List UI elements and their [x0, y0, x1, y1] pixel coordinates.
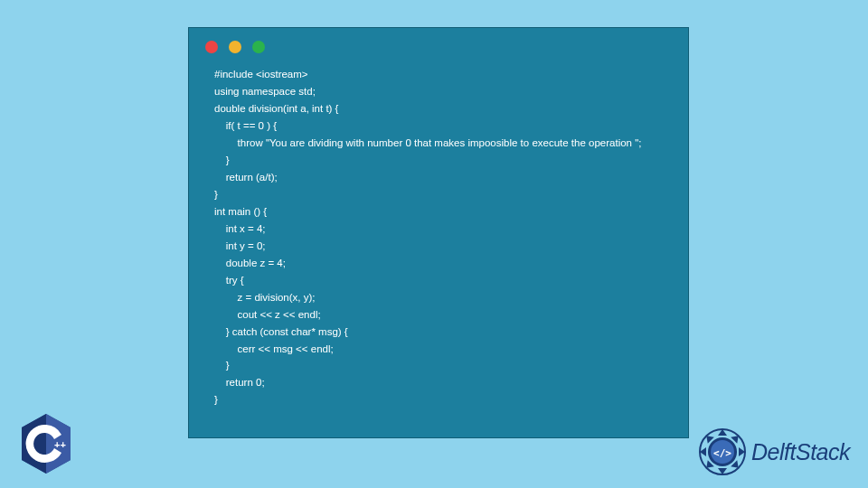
code-window: #include <iostream> using namespace std;… — [188, 27, 689, 438]
cpp-logo: ++ — [18, 412, 74, 475]
window-maximize-dot — [252, 41, 265, 53]
svg-text:++: ++ — [54, 439, 66, 450]
delftstack-brand-text: DelftStack — [751, 439, 850, 465]
window-controls — [189, 28, 688, 62]
window-close-dot — [205, 41, 218, 53]
delftstack-icon: </> — [699, 428, 746, 475]
code-content: #include <iostream> using namespace std;… — [189, 62, 688, 425]
svg-marker-2 — [22, 414, 46, 474]
window-minimize-dot — [229, 41, 241, 53]
delftstack-logo: </> DelftStack — [699, 428, 850, 475]
svg-text:</>: </> — [713, 447, 731, 459]
